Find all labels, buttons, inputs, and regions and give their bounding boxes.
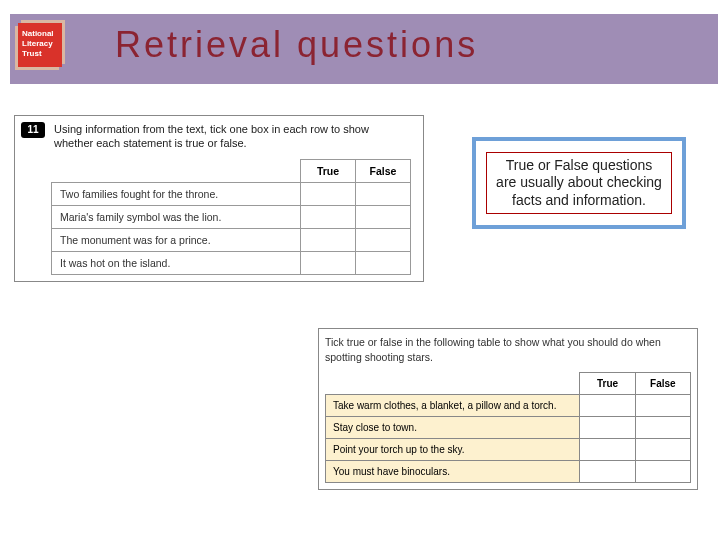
question-card-1: 11 Using information from the text, tick… (14, 115, 424, 282)
col-false-header: False (356, 159, 411, 182)
question2-instruction: Tick true or false in the following tabl… (325, 335, 691, 364)
table-row: The monument was for a prince. (52, 228, 411, 251)
table-row: You must have binoculars. (326, 461, 691, 483)
callout-text: True or False questions are usually abou… (486, 152, 672, 215)
false-checkbox[interactable] (356, 182, 411, 205)
false-checkbox[interactable] (356, 228, 411, 251)
table-row: It was hot on the island. (52, 251, 411, 274)
nlt-logo: National Literacy Trust (18, 23, 62, 67)
true-checkbox[interactable] (301, 182, 356, 205)
false-checkbox[interactable] (635, 461, 690, 483)
col-true-header: True (580, 373, 635, 395)
true-checkbox[interactable] (301, 205, 356, 228)
table-row: Take warm clothes, a blanket, a pillow a… (326, 395, 691, 417)
info-callout: True or False questions are usually abou… (472, 137, 686, 229)
false-checkbox[interactable] (635, 417, 690, 439)
true-checkbox[interactable] (301, 228, 356, 251)
statement-cell: The monument was for a prince. (52, 228, 301, 251)
statement-cell: You must have binoculars. (326, 461, 580, 483)
statement-cell: Maria's family symbol was the lion. (52, 205, 301, 228)
question1-instruction: Using information from the text, tick on… (54, 122, 394, 151)
true-checkbox[interactable] (580, 417, 635, 439)
true-false-table-1: True False Two families fought for the t… (51, 159, 411, 275)
statement-cell: Take warm clothes, a blanket, a pillow a… (326, 395, 580, 417)
col-false-header: False (635, 373, 690, 395)
question-number-badge: 11 (21, 122, 45, 138)
table-row: Maria's family symbol was the lion. (52, 205, 411, 228)
statement-cell: It was hot on the island. (52, 251, 301, 274)
statement-cell: Point your torch up to the sky. (326, 439, 580, 461)
false-checkbox[interactable] (356, 251, 411, 274)
false-checkbox[interactable] (356, 205, 411, 228)
col-true-header: True (301, 159, 356, 182)
table-row: Stay close to town. (326, 417, 691, 439)
true-checkbox[interactable] (580, 461, 635, 483)
statement-cell: Two families fought for the throne. (52, 182, 301, 205)
true-checkbox[interactable] (580, 439, 635, 461)
true-false-table-2: True False Take warm clothes, a blanket,… (325, 372, 691, 483)
false-checkbox[interactable] (635, 439, 690, 461)
true-checkbox[interactable] (580, 395, 635, 417)
question-card-2: Tick true or false in the following tabl… (318, 328, 698, 490)
table-row: Point your torch up to the sky. (326, 439, 691, 461)
false-checkbox[interactable] (635, 395, 690, 417)
table-row: Two families fought for the throne. (52, 182, 411, 205)
statement-cell: Stay close to town. (326, 417, 580, 439)
true-checkbox[interactable] (301, 251, 356, 274)
page-title: Retrieval questions (115, 24, 478, 66)
